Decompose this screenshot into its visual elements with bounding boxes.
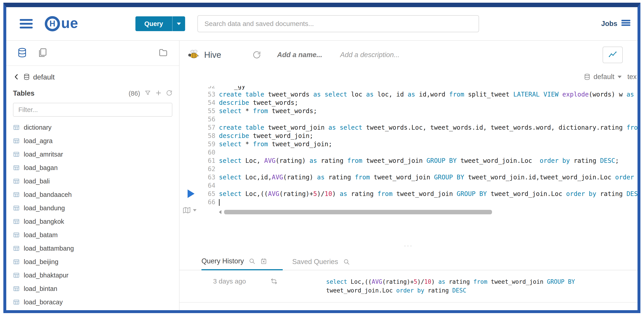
code-line (219, 181, 638, 190)
table-list-item[interactable]: load_bagan (13, 161, 172, 174)
chart-button[interactable] (602, 47, 623, 63)
table-list-item[interactable]: load_batam (13, 228, 172, 242)
table-name: load_bintan (24, 285, 57, 292)
folder-icon[interactable] (158, 48, 168, 58)
back-chevron-icon[interactable] (13, 73, 20, 81)
table-icon (13, 245, 20, 252)
tables-title: Tables (13, 89, 34, 97)
chevron-down-icon (193, 209, 196, 211)
menu-icon[interactable] (20, 19, 33, 29)
editor-gutter: 525354555657585960616263646566 (201, 86, 215, 206)
table-list-item[interactable]: load_amritsar (13, 148, 172, 161)
text-cursor (219, 199, 220, 206)
code-line: select Loc, AVG(rating) as rating from t… (219, 157, 638, 165)
assist-panel: default Tables (86) (6, 41, 180, 310)
code-lines[interactable]: _gycreate table tweet_words as select lo… (219, 86, 638, 214)
query-history-icon[interactable] (252, 51, 261, 59)
history-entry[interactable]: 3 days agoselect Loc,((AVG(rating)+5)/10… (180, 270, 638, 302)
history-query-text: select Loc,((AVG(rating)+5)/10) as ratin… (326, 277, 575, 295)
table-list-item[interactable]: load_bandung (13, 201, 172, 215)
engine-label: Hive (204, 50, 221, 60)
table-list-item[interactable]: load_bali (13, 174, 172, 188)
line-number: 59 (201, 140, 215, 148)
context-database-select[interactable]: default (594, 73, 614, 81)
map-icon[interactable] (182, 206, 196, 214)
new-query-button[interactable]: Query (136, 16, 185, 31)
line-number: 58 (201, 132, 215, 140)
table-name: load_bagan (24, 164, 58, 172)
hue-logo[interactable]: H ue (45, 16, 78, 32)
table-icon (13, 299, 20, 305)
table-name: load_boracay (24, 298, 63, 306)
table-list-item[interactable]: load_bangkok (13, 215, 172, 228)
table-icon (13, 218, 20, 225)
assist-tab-bar (6, 41, 179, 66)
hue-logo-circle: H (45, 16, 60, 31)
database-breadcrumb[interactable]: default (13, 73, 172, 81)
table-name: load_beijing (24, 258, 58, 266)
code-line: _gy (219, 86, 638, 90)
table-list-item[interactable]: load_boracay (13, 295, 172, 309)
hue-logo-text: ue (61, 15, 78, 31)
sql-editor[interactable]: 525354555657585960616263646566 _gycreate… (180, 86, 638, 234)
history-list: 3 days agoselect Loc,((AVG(rating)+5)/10… (180, 270, 638, 302)
context-row: default tex (180, 69, 638, 85)
table-icon (13, 285, 20, 292)
line-number: 54 (201, 99, 215, 107)
clear-history-calendar-icon[interactable] (260, 258, 267, 264)
line-number: 65 (201, 190, 215, 198)
table-list: dictionaryload_agraload_amritsarload_bag… (13, 121, 172, 310)
line-number: 57 (201, 123, 215, 132)
table-list-item[interactable]: load_bhaktapur (13, 268, 172, 282)
table-icon (13, 151, 20, 158)
query-name-field[interactable]: Add a name... (277, 51, 322, 59)
code-line (219, 198, 638, 206)
chevron-down-icon (177, 23, 181, 25)
table-list-item[interactable]: load_beijing (13, 255, 172, 268)
panel-resize-handle[interactable]: ... (180, 234, 638, 254)
table-list-item[interactable]: load_bintan (13, 282, 172, 295)
database-name: default (33, 73, 54, 81)
scrollbar-track[interactable] (224, 210, 630, 214)
table-icon (13, 191, 20, 198)
table-name: load_bandaaceh (24, 191, 72, 198)
code-line: select Loc,((AVG(rating)+5)/10) as ratin… (219, 190, 638, 198)
add-table-icon[interactable] (155, 90, 162, 97)
table-icon (13, 124, 20, 131)
scrollbar-thumb[interactable] (224, 210, 492, 214)
table-list-item[interactable]: load_bandaaceh (13, 188, 172, 201)
table-filter-input[interactable] (13, 103, 172, 117)
table-name: load_bali (24, 178, 50, 185)
query-description-field[interactable]: Add a description... (340, 51, 400, 59)
refresh-icon[interactable] (166, 90, 172, 97)
table-list-item[interactable]: dictionary (13, 121, 172, 134)
table-icon (13, 272, 20, 279)
horizontal-scrollbar[interactable] (219, 210, 630, 215)
query-dropdown-toggle[interactable] (172, 16, 185, 31)
tab-saved-queries[interactable]: Saved Queries (292, 258, 350, 270)
table-list-item[interactable]: load_agra (13, 134, 172, 148)
table-icon (13, 232, 20, 238)
search-icon[interactable] (343, 258, 350, 265)
line-number: 61 (201, 157, 215, 165)
code-line (219, 165, 638, 173)
table-name: load_amritsar (24, 151, 63, 158)
table-icon (13, 178, 20, 185)
databases-tab-icon[interactable] (17, 48, 27, 59)
scroll-left-arrow-icon[interactable] (219, 210, 222, 214)
results-tabs: Query History Saved Queries (180, 254, 638, 270)
jobs-link[interactable]: Jobs (601, 19, 631, 29)
filter-icon[interactable] (144, 90, 151, 97)
table-icon (13, 205, 20, 211)
database-icon (23, 74, 30, 81)
search-icon[interactable] (249, 258, 256, 264)
line-number: 56 (201, 115, 215, 123)
tab-query-history[interactable]: Query History (202, 257, 283, 270)
table-list-item[interactable]: load_battambang (13, 242, 172, 255)
global-search-input[interactable] (198, 15, 479, 32)
line-number: 60 (201, 148, 215, 157)
execute-button[interactable] (188, 189, 194, 198)
documents-tab-icon[interactable] (38, 48, 48, 59)
table-name: load_batam (24, 231, 58, 239)
new-query-button-label[interactable]: Query (136, 16, 172, 31)
